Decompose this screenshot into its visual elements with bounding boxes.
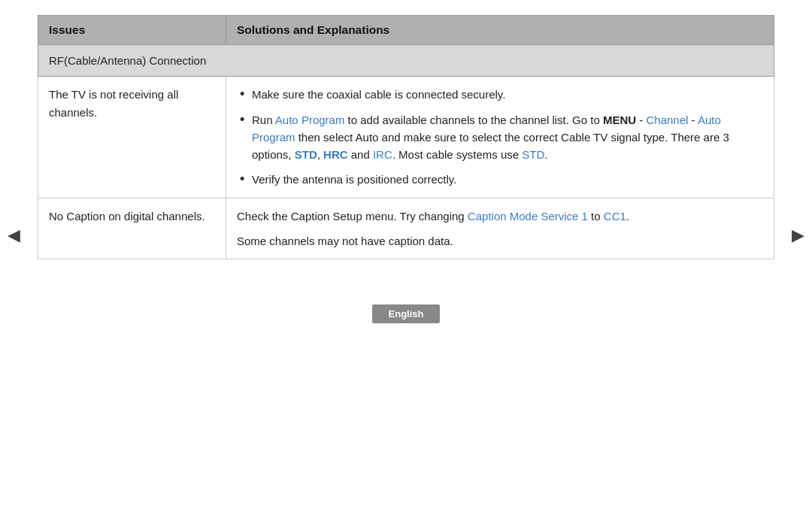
table-row-caption: No Caption on digital channels. Check th… (38, 198, 774, 259)
nav-arrow-right[interactable]: ▶ (792, 226, 804, 245)
list-item: Run Auto Program to add available channe… (237, 111, 763, 164)
std-link: STD (295, 148, 317, 161)
list-item: Verify the antenna is positioned correct… (237, 171, 763, 188)
issue-cell-caption: No Caption on digital channels. (38, 198, 226, 259)
col-header-solutions: Solutions and Explanations (226, 16, 774, 45)
language-button[interactable]: English (372, 304, 441, 323)
irc-link: IRC (373, 148, 392, 161)
menu-bold: MENU (603, 114, 636, 126)
caption-solution-1: Check the Caption Setup menu. Try changi… (237, 207, 763, 225)
solution-cell-channels: Make sure the coaxial cable is connected… (226, 77, 774, 198)
issues-table: Issues Solutions and Explanations RF(Cab… (38, 15, 774, 259)
hrc-link: HRC (323, 148, 348, 161)
footer-bar: English (0, 304, 812, 323)
section-header-rf-label: RF(Cable/Antenna) Connection (38, 45, 774, 77)
channel-link: Channel (646, 114, 688, 126)
list-item: Make sure the coaxial cable is connected… (237, 86, 763, 103)
nav-arrow-left[interactable]: ◀ (8, 226, 20, 245)
page-wrapper: ◀ ▶ Issues Solutions and Explanations RF… (38, 15, 774, 259)
table-row-channels: The TV is not receiving all channels. Ma… (38, 77, 774, 198)
col-header-issues: Issues (38, 16, 226, 45)
caption-solution-2: Some channels may not have caption data. (237, 232, 763, 250)
cc1-link: CC1 (604, 210, 626, 223)
std-link2: STD (522, 148, 544, 161)
auto-program-link1: Auto Program (275, 114, 345, 126)
caption-mode-link: Caption Mode Service 1 (468, 210, 588, 223)
issue-cell-channels: The TV is not receiving all channels. (38, 77, 226, 198)
solution-cell-caption: Check the Caption Setup menu. Try changi… (226, 198, 774, 259)
section-header-rf: RF(Cable/Antenna) Connection (38, 45, 774, 77)
